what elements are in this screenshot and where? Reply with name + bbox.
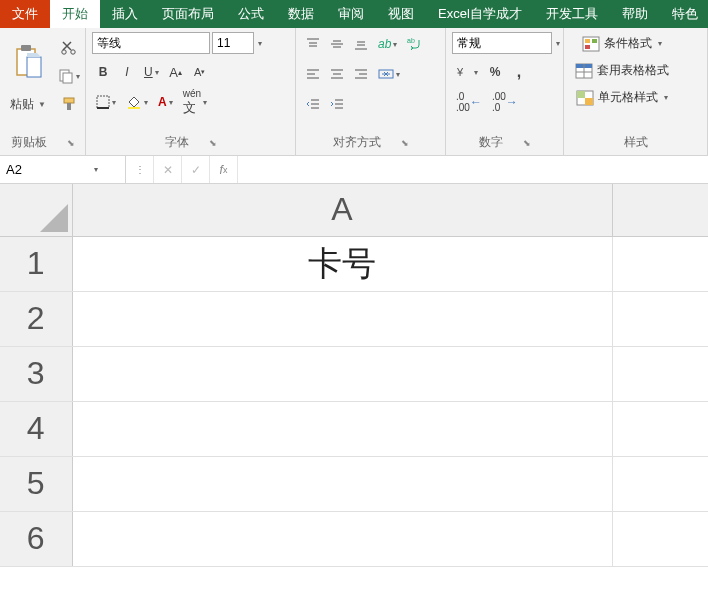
tab-review[interactable]: 审阅 — [326, 0, 376, 28]
svg-rect-6 — [63, 73, 72, 83]
paste-button[interactable] — [6, 32, 50, 94]
decrease-font-button[interactable]: A▾ — [189, 60, 211, 84]
tab-data[interactable]: 数据 — [276, 0, 326, 28]
cond-format-icon — [582, 36, 600, 52]
font-name-combo[interactable] — [92, 32, 210, 54]
align-bottom-button[interactable] — [350, 32, 372, 56]
align-right-button[interactable] — [350, 62, 372, 86]
enter-formula-button[interactable]: ✓ — [182, 156, 210, 183]
select-all-corner[interactable] — [0, 184, 72, 236]
cell-A2[interactable] — [72, 291, 612, 346]
tab-special[interactable]: 特色 — [660, 0, 708, 28]
phonetic-button[interactable]: wén文▾ — [179, 90, 211, 114]
table-format-button[interactable]: 套用表格格式 — [570, 59, 674, 82]
font-color-button[interactable]: A▾ — [154, 90, 177, 114]
cell-A4[interactable] — [72, 401, 612, 456]
cut-button[interactable] — [54, 36, 84, 60]
cell-B5[interactable] — [612, 456, 708, 511]
cell-B2[interactable] — [612, 291, 708, 346]
conditional-format-button[interactable]: 条件格式▾ — [570, 32, 674, 55]
align-left-button[interactable] — [302, 62, 324, 86]
tab-selfstudy[interactable]: Excel自学成才 — [426, 0, 534, 28]
svg-point-4 — [71, 50, 75, 54]
cell-A5[interactable] — [72, 456, 612, 511]
cancel-formula-button[interactable]: ✕ — [154, 156, 182, 183]
group-alignment: ab▾ ab ▾ 对齐方式⬊ — [296, 28, 446, 155]
cell-B3[interactable] — [612, 346, 708, 401]
svg-rect-11 — [128, 107, 140, 109]
paste-label[interactable]: 粘贴▼ — [10, 94, 46, 113]
cell-B1[interactable] — [612, 236, 708, 291]
font-launcher-icon[interactable]: ⬊ — [209, 138, 217, 148]
group-styles: 条件格式▾ 套用表格格式 单元格样式▾ 样式 — [564, 28, 708, 155]
tab-file[interactable]: 文件 — [0, 0, 50, 28]
decrease-decimal-button[interactable]: .00.0→ — [488, 90, 522, 114]
row-header-4[interactable]: 4 — [0, 401, 72, 456]
column-header-A[interactable]: A — [72, 184, 612, 236]
column-header-B[interactable] — [612, 184, 708, 236]
tab-developer[interactable]: 开发工具 — [534, 0, 610, 28]
copy-button[interactable]: ▾ — [54, 64, 84, 88]
cell-A1[interactable]: 卡号 — [72, 236, 612, 291]
tab-insert[interactable]: 插入 — [100, 0, 150, 28]
increase-font-button[interactable]: A▴ — [165, 60, 187, 84]
group-number: ▾ ¥▾ % , .0.00← .00.0→ 数字⬊ — [446, 28, 564, 155]
accounting-format-button[interactable]: ¥▾ — [452, 60, 482, 84]
cell-style-button[interactable]: 单元格样式▾ — [570, 86, 674, 109]
increase-indent-button[interactable] — [326, 92, 348, 116]
font-size-combo[interactable] — [212, 32, 254, 54]
increase-decimal-button[interactable]: .0.00← — [452, 90, 486, 114]
align-middle-icon — [330, 37, 344, 51]
spreadsheet-grid: A 1卡号 2 3 4 5 6 — [0, 184, 708, 567]
formula-bar: ▾ ⋮ ✕ ✓ fx — [0, 156, 708, 184]
italic-button[interactable]: I — [116, 60, 138, 84]
table-format-icon — [575, 63, 593, 79]
tab-formulas[interactable]: 公式 — [226, 0, 276, 28]
cell-style-icon — [576, 90, 594, 106]
underline-button[interactable]: U▾ — [140, 60, 163, 84]
bucket-icon — [126, 94, 142, 110]
namebox-chevron-icon[interactable]: ▾ — [94, 165, 98, 174]
row-header-2[interactable]: 2 — [0, 291, 72, 346]
clipboard-launcher-icon[interactable]: ⬊ — [67, 138, 75, 148]
cell-A3[interactable] — [72, 346, 612, 401]
tab-page-layout[interactable]: 页面布局 — [150, 0, 226, 28]
row-header-6[interactable]: 6 — [0, 511, 72, 566]
number-format-combo[interactable] — [452, 32, 552, 54]
formula-input[interactable] — [238, 156, 708, 183]
wrap-text-button[interactable]: ab — [403, 32, 427, 56]
format-painter-button[interactable] — [54, 92, 84, 116]
border-button[interactable]: ▾ — [92, 90, 120, 114]
cell-B4[interactable] — [612, 401, 708, 456]
align-center-button[interactable] — [326, 62, 348, 86]
merge-button[interactable]: ▾ — [374, 62, 404, 86]
number-launcher-icon[interactable]: ⬊ — [523, 138, 531, 148]
indent-icon — [330, 97, 344, 111]
tab-home[interactable]: 开始 — [50, 0, 100, 28]
align-middle-button[interactable] — [326, 32, 348, 56]
row-header-1[interactable]: 1 — [0, 236, 72, 291]
svg-rect-49 — [585, 98, 593, 105]
align-top-button[interactable] — [302, 32, 324, 56]
border-icon — [96, 95, 110, 109]
row-header-3[interactable]: 3 — [0, 346, 72, 401]
row-header-5[interactable]: 5 — [0, 456, 72, 511]
comma-button[interactable]: , — [508, 60, 530, 84]
orientation-button[interactable]: ab▾ — [374, 32, 401, 56]
align-launcher-icon[interactable]: ⬊ — [401, 138, 409, 148]
fill-color-button[interactable]: ▾ — [122, 90, 152, 114]
align-right-icon — [354, 67, 368, 81]
svg-text:¥: ¥ — [456, 66, 464, 78]
name-box-input[interactable] — [6, 162, 86, 177]
tab-view[interactable]: 视图 — [376, 0, 426, 28]
percent-button[interactable]: % — [484, 60, 506, 84]
tab-help[interactable]: 帮助 — [610, 0, 660, 28]
decrease-indent-button[interactable] — [302, 92, 324, 116]
chevron-down-icon[interactable]: ▾ — [258, 39, 262, 48]
insert-function-button[interactable]: fx — [210, 156, 238, 183]
cell-B6[interactable] — [612, 511, 708, 566]
formula-menu-button[interactable]: ⋮ — [126, 156, 154, 183]
bold-button[interactable]: B — [92, 60, 114, 84]
name-box[interactable]: ▾ — [0, 156, 126, 183]
cell-A6[interactable] — [72, 511, 612, 566]
